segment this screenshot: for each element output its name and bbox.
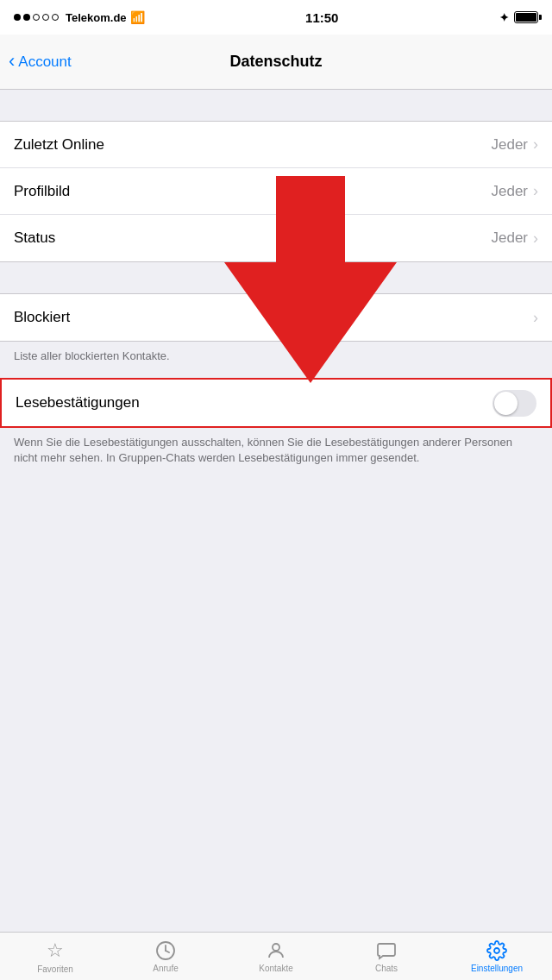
- row-right-status: Jeder ›: [491, 229, 538, 248]
- read-receipts-row: Lesebestätigungen: [2, 380, 550, 426]
- tab-favoriten-label: Favoriten: [37, 964, 73, 974]
- back-button[interactable]: ‹ Account: [9, 53, 72, 71]
- blocked-footer: Liste aller blockierten Kontakte.: [0, 342, 552, 378]
- table-row[interactable]: Zuletzt Online Jeder ›: [0, 122, 552, 168]
- tab-chats-label: Chats: [375, 964, 398, 973]
- page-title: Datenschutz: [229, 53, 322, 71]
- dot-2: [23, 14, 30, 21]
- back-label[interactable]: Account: [18, 53, 71, 71]
- wifi-icon: 📶: [130, 10, 145, 24]
- dot-5: [52, 14, 59, 21]
- svg-point-4: [273, 944, 279, 951]
- top-spacer: [0, 90, 552, 121]
- row-label-profilbild: Profilbild: [14, 183, 70, 200]
- carrier-label: Telekom.de: [66, 11, 127, 24]
- profilbild-value: Jeder: [491, 183, 528, 200]
- privacy-section: Zuletzt Online Jeder › Profilbild Jeder …: [0, 121, 552, 262]
- tab-anrufe-label: Anrufe: [153, 964, 178, 973]
- chat-icon: [376, 940, 397, 961]
- back-chevron-icon: ‹: [9, 52, 15, 71]
- svg-line-3: [166, 951, 169, 952]
- tab-chats[interactable]: Chats: [331, 933, 442, 980]
- dot-1: [14, 14, 21, 21]
- row-right-profilbild: Jeder ›: [491, 182, 538, 200]
- status-right: ✦: [499, 11, 538, 24]
- chevron-right-icon: ›: [533, 309, 538, 327]
- tab-favoriten[interactable]: ☆ Favoriten: [0, 933, 110, 980]
- table-row[interactable]: Profilbild Jeder ›: [0, 168, 552, 215]
- tab-kontakte-label: Kontakte: [259, 964, 292, 973]
- toggle-knob: [494, 392, 518, 415]
- status-left: Telekom.de 📶: [14, 10, 145, 24]
- clock-icon: [155, 940, 176, 961]
- blocked-right: ›: [528, 309, 538, 327]
- row-label-zuletzt: Zuletzt Online: [14, 136, 104, 154]
- zuletzt-value: Jeder: [491, 136, 528, 154]
- read-receipts-label: Lesebestätigungen: [16, 394, 140, 411]
- tab-bar: ☆ Favoriten Anrufe Kontakte Chats Einste…: [0, 932, 552, 980]
- row-label-status: Status: [14, 229, 55, 247]
- tab-anrufe[interactable]: Anrufe: [110, 933, 221, 980]
- read-receipts-section: Lesebestätigungen: [0, 378, 552, 428]
- dot-4: [42, 14, 49, 21]
- content-area: Zuletzt Online Jeder › Profilbild Jeder …: [0, 90, 552, 932]
- table-row[interactable]: Status Jeder ›: [0, 215, 552, 261]
- chevron-right-icon: ›: [533, 182, 538, 200]
- blocked-section: Blockiert ›: [0, 293, 552, 342]
- chevron-right-icon: ›: [533, 135, 538, 154]
- gear-icon: [486, 940, 507, 961]
- tab-kontakte[interactable]: Kontakte: [221, 933, 331, 980]
- tab-einstellungen[interactable]: Einstellungen: [442, 933, 552, 980]
- read-receipts-footer: Wenn Sie die Lesebestätigungen ausschalt…: [0, 428, 552, 480]
- chevron-right-icon: ›: [533, 229, 538, 248]
- row-right-zuletzt: Jeder ›: [491, 135, 538, 154]
- star-icon: ☆: [47, 939, 64, 962]
- navigation-bar: ‹ Account Datenschutz: [0, 35, 552, 90]
- status-time: 11:50: [305, 10, 338, 25]
- blocked-label: Blockiert: [14, 309, 70, 326]
- read-receipts-toggle[interactable]: [492, 390, 536, 417]
- battery-indicator: [514, 11, 538, 23]
- dot-3: [33, 14, 40, 21]
- bluetooth-icon: ✦: [499, 11, 509, 24]
- battery-fill: [516, 13, 536, 22]
- person-icon: [266, 940, 286, 961]
- svg-point-5: [494, 948, 499, 953]
- status-value: Jeder: [491, 229, 528, 247]
- blocked-row[interactable]: Blockiert ›: [0, 294, 552, 341]
- signal-dots: [14, 14, 59, 21]
- status-bar: Telekom.de 📶 11:50 ✦: [0, 0, 552, 35]
- mid-spacer: [0, 262, 552, 293]
- tab-einstellungen-label: Einstellungen: [471, 964, 523, 973]
